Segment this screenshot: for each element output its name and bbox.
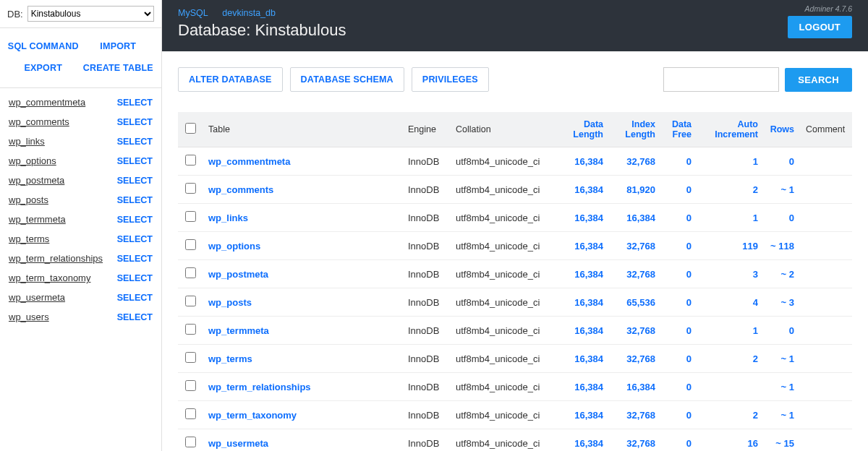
cell-auto-increment[interactable]: 1 bbox=[697, 317, 764, 345]
cell-index-length[interactable]: 32,768 bbox=[609, 147, 661, 176]
cell-auto-increment[interactable] bbox=[697, 373, 764, 401]
sidebar-select-link[interactable]: SELECT bbox=[117, 215, 153, 225]
sidebar-select-link[interactable]: SELECT bbox=[117, 137, 153, 147]
table-name-link[interactable]: wp_postmeta bbox=[208, 269, 268, 280]
cell-index-length[interactable]: 32,768 bbox=[609, 345, 661, 373]
cell-rows[interactable]: 0 bbox=[764, 204, 800, 232]
cell-index-length[interactable]: 32,768 bbox=[609, 232, 661, 260]
cell-rows[interactable]: ~ 2 bbox=[764, 260, 800, 288]
col-data-length[interactable]: Data Length bbox=[557, 112, 609, 147]
breadcrumb-db[interactable]: devkinsta_db bbox=[222, 8, 276, 18]
sidebar-table-link[interactable]: wp_termmeta bbox=[9, 214, 66, 225]
row-checkbox[interactable] bbox=[185, 352, 196, 363]
cell-auto-increment[interactable]: 2 bbox=[697, 401, 764, 429]
table-name-link[interactable]: wp_terms bbox=[208, 353, 252, 364]
col-collation[interactable]: Collation bbox=[450, 112, 557, 147]
cell-index-length[interactable]: 32,768 bbox=[609, 260, 661, 288]
sidebar-select-link[interactable]: SELECT bbox=[117, 156, 153, 166]
cell-data-free[interactable]: 0 bbox=[661, 260, 697, 288]
sql-command-link[interactable]: SQL COMMAND bbox=[6, 35, 81, 57]
table-name-link[interactable]: wp_termmeta bbox=[208, 325, 269, 336]
sidebar-select-link[interactable]: SELECT bbox=[117, 293, 153, 303]
table-name-link[interactable]: wp_commentmeta bbox=[208, 156, 290, 167]
table-name-link[interactable]: wp_term_relationships bbox=[208, 382, 311, 392]
cell-index-length[interactable]: 16,384 bbox=[609, 373, 661, 401]
cell-index-length[interactable]: 65,536 bbox=[609, 288, 661, 317]
sidebar-select-link[interactable]: SELECT bbox=[117, 273, 153, 283]
cell-data-length[interactable]: 16,384 bbox=[557, 147, 609, 176]
sidebar-select-link[interactable]: SELECT bbox=[117, 254, 153, 264]
sidebar-select-link[interactable]: SELECT bbox=[117, 176, 153, 186]
cell-auto-increment[interactable]: 3 bbox=[697, 260, 764, 288]
table-name-link[interactable]: wp_options bbox=[208, 241, 260, 252]
cell-data-length[interactable]: 16,384 bbox=[557, 429, 609, 452]
col-auto-increment[interactable]: Auto Increment bbox=[697, 112, 764, 147]
cell-auto-increment[interactable]: 1 bbox=[697, 147, 764, 176]
row-checkbox[interactable] bbox=[185, 239, 196, 250]
sidebar-table-link[interactable]: wp_term_taxonomy bbox=[9, 272, 90, 283]
cell-index-length[interactable]: 81,920 bbox=[609, 176, 661, 204]
row-checkbox[interactable] bbox=[185, 155, 196, 166]
col-index-length[interactable]: Index Length bbox=[609, 112, 661, 147]
cell-auto-increment[interactable]: 4 bbox=[697, 288, 764, 317]
cell-rows[interactable]: 0 bbox=[764, 147, 800, 176]
row-checkbox[interactable] bbox=[185, 408, 196, 419]
cell-rows[interactable]: ~ 15 bbox=[764, 429, 800, 452]
row-checkbox[interactable] bbox=[185, 296, 196, 306]
cell-data-length[interactable]: 16,384 bbox=[557, 401, 609, 429]
cell-rows[interactable]: ~ 1 bbox=[764, 176, 800, 204]
row-checkbox[interactable] bbox=[185, 211, 196, 222]
cell-data-free[interactable]: 0 bbox=[661, 317, 697, 345]
database-schema-button[interactable]: DATABASE SCHEMA bbox=[290, 67, 404, 92]
cell-data-free[interactable]: 0 bbox=[661, 147, 697, 176]
cell-data-free[interactable]: 0 bbox=[661, 373, 697, 401]
row-checkbox[interactable] bbox=[185, 437, 196, 447]
cell-data-length[interactable]: 16,384 bbox=[557, 345, 609, 373]
cell-index-length[interactable]: 32,768 bbox=[609, 401, 661, 429]
sidebar-table-link[interactable]: wp_usermeta bbox=[9, 292, 65, 303]
cell-data-free[interactable]: 0 bbox=[661, 401, 697, 429]
cell-rows[interactable]: ~ 1 bbox=[764, 373, 800, 401]
cell-data-length[interactable]: 16,384 bbox=[557, 204, 609, 232]
col-data-free[interactable]: Data Free bbox=[661, 112, 697, 147]
col-comment[interactable]: Comment bbox=[800, 112, 852, 147]
cell-auto-increment[interactable]: 16 bbox=[697, 429, 764, 452]
cell-data-free[interactable]: 0 bbox=[661, 429, 697, 452]
alter-database-button[interactable]: ALTER DATABASE bbox=[178, 67, 283, 92]
sidebar-select-link[interactable]: SELECT bbox=[117, 234, 153, 244]
export-link[interactable]: EXPORT bbox=[6, 57, 81, 79]
row-checkbox[interactable] bbox=[185, 183, 196, 194]
cell-rows[interactable]: 0 bbox=[764, 317, 800, 345]
table-name-link[interactable]: wp_posts bbox=[208, 297, 252, 308]
privileges-button[interactable]: PRIVILEGES bbox=[412, 67, 489, 92]
logout-button[interactable]: LOGOUT bbox=[788, 16, 852, 38]
cell-data-length[interactable]: 16,384 bbox=[557, 260, 609, 288]
cell-data-free[interactable]: 0 bbox=[661, 204, 697, 232]
table-name-link[interactable]: wp_usermeta bbox=[208, 438, 268, 449]
sidebar-table-link[interactable]: wp_users bbox=[9, 312, 49, 322]
cell-auto-increment[interactable]: 119 bbox=[697, 232, 764, 260]
cell-index-length[interactable]: 16,384 bbox=[609, 204, 661, 232]
sidebar-select-link[interactable]: SELECT bbox=[117, 117, 153, 127]
sidebar-select-link[interactable]: SELECT bbox=[117, 98, 153, 108]
search-input[interactable] bbox=[663, 67, 779, 92]
db-select[interactable]: Kinstabulous bbox=[27, 6, 154, 22]
table-name-link[interactable]: wp_term_taxonomy bbox=[208, 410, 297, 421]
create-table-link[interactable]: CREATE TABLE bbox=[81, 57, 156, 79]
cell-data-length[interactable]: 16,384 bbox=[557, 288, 609, 317]
cell-rows[interactable]: ~ 1 bbox=[764, 401, 800, 429]
table-name-link[interactable]: wp_comments bbox=[208, 184, 273, 195]
cell-data-free[interactable]: 0 bbox=[661, 232, 697, 260]
cell-data-free[interactable]: 0 bbox=[661, 345, 697, 373]
cell-index-length[interactable]: 32,768 bbox=[609, 317, 661, 345]
table-name-link[interactable]: wp_links bbox=[208, 212, 248, 223]
sidebar-table-link[interactable]: wp_postmeta bbox=[9, 175, 64, 186]
cell-data-length[interactable]: 16,384 bbox=[557, 176, 609, 204]
import-link[interactable]: IMPORT bbox=[81, 35, 156, 57]
cell-auto-increment[interactable]: 2 bbox=[697, 345, 764, 373]
sidebar-table-link[interactable]: wp_commentmeta bbox=[9, 97, 85, 108]
cell-rows[interactable]: ~ 1 bbox=[764, 345, 800, 373]
search-button[interactable]: SEARCH bbox=[785, 68, 852, 92]
sidebar-select-link[interactable]: SELECT bbox=[117, 312, 153, 322]
cell-auto-increment[interactable]: 2 bbox=[697, 176, 764, 204]
